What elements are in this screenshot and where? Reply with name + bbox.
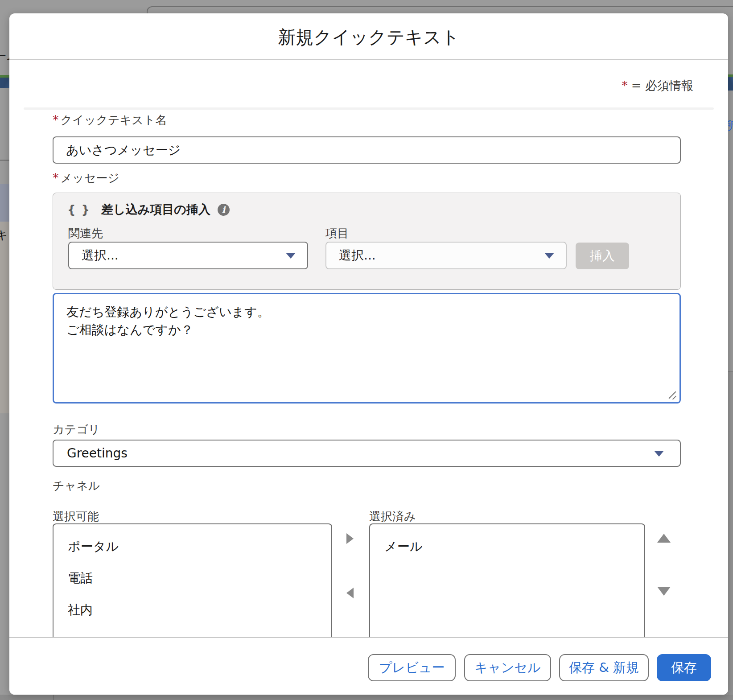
quick-text-name-input[interactable] [53, 136, 681, 164]
field-dropdown[interactable]: 選択... [325, 242, 567, 269]
merge-panel-title: 差し込み項目の挿入 [101, 202, 210, 218]
required-asterisk: * [53, 171, 59, 185]
list-item[interactable]: 電話 [54, 562, 331, 594]
background-block-fragment [728, 372, 733, 695]
required-asterisk: * [622, 78, 628, 92]
selected-channels-listbox[interactable]: メール [369, 523, 645, 637]
available-label: 選択可能 [53, 509, 99, 524]
quick-text-name-label: *クイックテキスト名 [53, 112, 167, 128]
related-to-dropdown[interactable]: 選択... [68, 242, 308, 269]
info-icon[interactable]: i [218, 204, 230, 216]
list-item[interactable]: メール [370, 531, 644, 562]
background-blue-gray-block-fragment [0, 184, 9, 222]
background-link-text-fragment: 所 [728, 118, 733, 134]
related-to-label: 関連先 [68, 226, 103, 241]
background-banner-fragment [728, 77, 733, 91]
background-divider-fragment [0, 160, 9, 161]
save-button[interactable]: 保存 [657, 654, 711, 681]
modal-title: 新規クイックテキスト [9, 25, 728, 49]
page-right-edge: 所 [728, 0, 733, 700]
move-right-icon[interactable] [346, 533, 354, 544]
chevron-down-icon [654, 451, 664, 457]
required-asterisk: * [53, 113, 59, 127]
required-info-note: *= 必須情報 [622, 78, 693, 94]
move-up-icon[interactable] [657, 534, 671, 543]
move-left-icon[interactable] [346, 588, 354, 598]
merge-panel-header: { } 差し込み項目の挿入 i [67, 202, 230, 217]
category-label: カテゴリ [53, 422, 100, 437]
insert-button[interactable]: 挿入 [576, 243, 629, 269]
save-and-new-button[interactable]: 保存 & 新規 [559, 654, 649, 681]
background-tab-text-fragment: ホーム [0, 49, 9, 63]
list-item[interactable]: 社内 [54, 594, 331, 626]
cancel-button[interactable]: キャンセル [464, 654, 551, 681]
required-note-text: = 必須情報 [631, 78, 693, 92]
page-bottom-edge [0, 695, 733, 700]
background-light-block-fragment [0, 222, 9, 413]
list-item[interactable]: ポータル [54, 531, 331, 562]
message-label: *メッセージ [53, 170, 119, 186]
preview-button[interactable]: プレビュー [368, 654, 456, 681]
message-textarea[interactable]: 友だち登録ありがとうございます。 ご相談はなんですか？ [53, 293, 681, 404]
selected-label: 選択済み [369, 509, 416, 524]
chevron-down-icon [286, 253, 296, 259]
merge-field-panel: { } 差し込み項目の挿入 i 関連先 項目 選択... 選択... 挿入 [53, 193, 681, 290]
chevron-down-icon [544, 253, 554, 259]
background-list-text-fragment: キ [0, 227, 8, 243]
braces-icon: { } [67, 203, 91, 216]
channel-label: チャネル [53, 478, 100, 494]
background-vertical-line-fragment [53, 695, 54, 700]
available-channels-listbox[interactable]: ポータル 電話 社内 [53, 523, 332, 637]
background-banner-fragment [0, 78, 9, 88]
screen: ホーム キ 所 新規クイックテキスト *= 必須情報 *クイックテキスト名 *メ… [0, 0, 733, 700]
category-select[interactable]: Greetings [53, 440, 681, 467]
header-divider [9, 59, 728, 60]
content-divider [24, 107, 714, 110]
field-label: 項目 [325, 226, 349, 241]
new-quick-text-modal: 新規クイックテキスト *= 必須情報 *クイックテキスト名 *メッセージ { }… [9, 13, 728, 695]
modal-footer: プレビュー キャンセル 保存 & 新規 保存 [9, 637, 728, 695]
move-down-icon[interactable] [657, 587, 671, 596]
page-left-edge: ホーム キ [0, 0, 9, 700]
